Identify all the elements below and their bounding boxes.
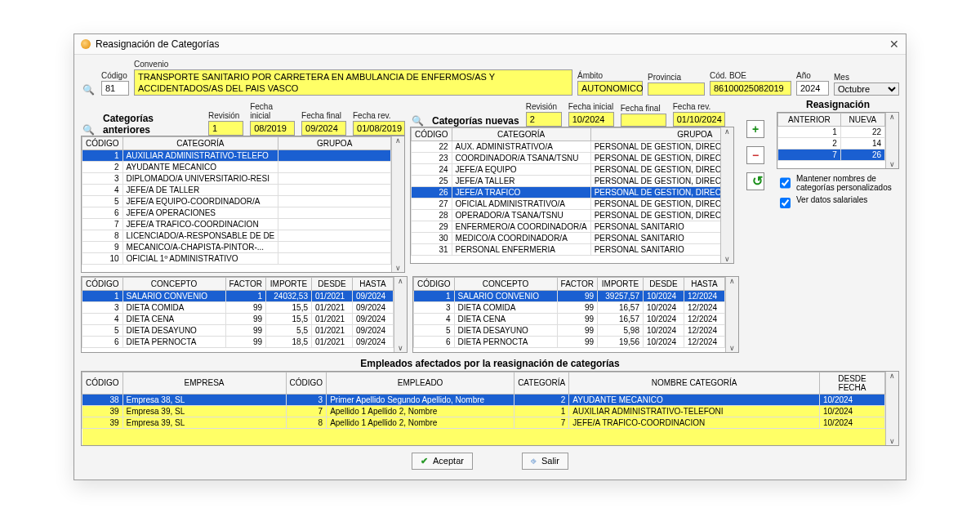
prev-ff: 09/2024 xyxy=(301,121,346,136)
table-row[interactable]: 29ENFERMERO/A COORDINADOR/APERSONAL SANI… xyxy=(412,221,721,232)
prev-scrollbar[interactable]: ∧∨ xyxy=(391,136,404,272)
col-factor[interactable]: FACTOR xyxy=(225,277,265,290)
col-codigo[interactable]: CÓDIGO xyxy=(412,127,452,141)
col-importe[interactable]: IMPORTE xyxy=(598,277,644,290)
new-rev: 2 xyxy=(526,112,562,127)
new-rev-label: Revisión xyxy=(526,102,562,111)
table-row[interactable]: 23COORDINADOR/A TSANA/TSNUPERSONAL DE GE… xyxy=(412,152,721,163)
table-row[interactable]: 26JEFE/A TRAFICOPERSONAL DE GESTION, DIR… xyxy=(412,186,721,198)
col-empleado[interactable]: EMPLEADO xyxy=(327,372,514,394)
table-row[interactable]: 25JEFE/A TALLERPERSONAL DE GESTION, DIRE… xyxy=(412,175,721,186)
table-row[interactable]: 6DIETA PERNOCTA9919,5610/202412/2024 xyxy=(414,336,725,347)
table-row[interactable]: 3DIETA COMIDA9916,5710/202412/2024 xyxy=(414,301,725,313)
col-anterior[interactable]: ANTERIOR xyxy=(778,113,841,126)
table-row[interactable]: 1SALARIO CONVENIO124032,5301/202109/2024 xyxy=(82,290,394,301)
table-row[interactable]: 7JEFE/A TRAFICO-COORDINACION xyxy=(82,218,391,230)
codigo-input[interactable]: 81 xyxy=(101,81,129,96)
conc-new-grid[interactable]: CÓDIGO CONCEPTO FACTOR IMPORTE DESDE HAS… xyxy=(412,276,739,353)
col-importe[interactable]: IMPORTE xyxy=(266,277,312,290)
undo-button[interactable]: ↺ xyxy=(746,172,764,190)
table-row[interactable]: 28OPERADOR/A TSANA/TSNUPERSONAL DE GESTI… xyxy=(412,209,721,221)
emp-scrollbar[interactable]: ∧∨ xyxy=(885,372,898,445)
window: Reasignación de Categorías ✕ 🔍 Código81 … xyxy=(74,33,906,480)
table-row[interactable]: 39Empresa 39, SL7Apellido 1 Apellido 2, … xyxy=(82,405,885,417)
col-concepto[interactable]: CONCEPTO xyxy=(122,277,225,290)
table-row[interactable]: 30MEDICO/A COORDINADOR/APERSONAL SANITAR… xyxy=(412,232,721,243)
table-row[interactable]: 3DIETA COMIDA9915,501/202109/2024 xyxy=(82,301,394,313)
table-row[interactable]: 4DIETA CENA9916,5710/202412/2024 xyxy=(414,313,725,324)
col-concepto[interactable]: CONCEPTO xyxy=(454,277,557,290)
keep-names-check[interactable]: Mantener nombres de categorías personali… xyxy=(777,174,899,192)
table-row[interactable]: 4JEFE/A DE TALLER xyxy=(82,184,391,195)
mes-label: Mes xyxy=(834,73,899,82)
col-nombre-categoria[interactable]: NOMBRE CATEGORÍA xyxy=(569,372,820,394)
col-categoria[interactable]: CATEGORÍA xyxy=(514,372,569,394)
table-row[interactable]: 31PERSONAL ENFERMERIAPERSONAL SANITARIO xyxy=(412,243,721,255)
col-factor[interactable]: FACTOR xyxy=(557,277,597,290)
col-empresa[interactable]: EMPRESA xyxy=(122,372,286,394)
search-prev-icon[interactable]: 🔍 xyxy=(81,124,96,136)
new-grid[interactable]: CÓDIGO CATEGORÍA GRUPOA 22AUX. ADMINISTR… xyxy=(410,127,734,264)
col-desde[interactable]: DESDE xyxy=(644,277,684,290)
table-row[interactable]: 5DIETA DESAYUNO995,9810/202412/2024 xyxy=(414,324,725,336)
col-desde-fecha[interactable]: DESDE FECHA xyxy=(820,372,885,394)
accept-button[interactable]: Aceptar xyxy=(412,453,473,470)
table-row[interactable]: 5DIETA DESAYUNO995,501/202109/2024 xyxy=(82,324,394,336)
table-row[interactable]: 122 xyxy=(778,126,885,137)
col-grupoa[interactable]: GRUPOA xyxy=(590,127,720,141)
table-row[interactable]: 24JEFE/A EQUIPOPERSONAL DE GESTION, DIRE… xyxy=(412,163,721,175)
col-desde[interactable]: DESDE xyxy=(312,277,353,290)
conc-new-scrollbar[interactable]: ∧∨ xyxy=(725,277,738,352)
table-row[interactable]: 8LICENCIADO/A-RESPONSABLE DE DE xyxy=(82,230,391,241)
titlebar: Reasignación de Categorías ✕ xyxy=(74,34,906,55)
search-codigo-icon[interactable]: 🔍 xyxy=(81,84,96,96)
ano-input[interactable]: 2024 xyxy=(796,81,829,96)
table-row[interactable]: 214 xyxy=(778,137,885,149)
exit-button[interactable]: Salir xyxy=(522,453,568,470)
keep-names-checkbox[interactable] xyxy=(780,176,791,190)
ano-label: Año xyxy=(796,71,829,80)
salary-checkbox[interactable] xyxy=(780,198,791,208)
reasig-scrollbar[interactable]: ∧∨ xyxy=(885,113,898,168)
table-row[interactable]: 5JEFE/A EQUIPO-COORDINADOR/A xyxy=(82,195,391,207)
col-hasta[interactable]: HASTA xyxy=(353,277,394,290)
table-row[interactable]: 27OFICIAL ADMINISTRATIVO/APERSONAL DE GE… xyxy=(412,198,721,209)
table-row[interactable]: 4DIETA CENA9915,501/202109/2024 xyxy=(82,313,394,324)
table-row[interactable]: 9MECANICO/A-CHAPISTA-PINTOR-... xyxy=(82,241,391,252)
col-categoria[interactable]: CATEGORÍA xyxy=(452,127,590,141)
search-new-icon[interactable]: 🔍 xyxy=(410,115,425,127)
table-row[interactable]: 726 xyxy=(778,149,885,160)
table-row[interactable]: 22AUX. ADMINISTRATIVO/APERSONAL DE GESTI… xyxy=(412,141,721,152)
col-codigo2[interactable]: CÓDIGO xyxy=(286,372,327,394)
close-icon[interactable]: ✕ xyxy=(889,38,899,51)
remove-button[interactable]: − xyxy=(746,146,764,164)
col-grupoa[interactable]: GRUPOA xyxy=(278,136,391,149)
table-row[interactable]: 6DIETA PERNOCTA9918,501/202109/2024 xyxy=(82,336,394,347)
mes-select[interactable]: Octubre xyxy=(834,83,899,96)
table-row[interactable]: 38Empresa 38, SL3Primer Apellido Segundo… xyxy=(82,394,885,405)
table-row[interactable]: 6JEFE/A OPERACIONES xyxy=(82,207,391,218)
salary-check[interactable]: Ver datos salariales xyxy=(777,195,899,211)
table-row[interactable]: 2AYUDANTE MECANICO xyxy=(82,161,391,172)
col-nueva[interactable]: NUEVA xyxy=(840,113,884,126)
prev-grid[interactable]: CÓDIGO CATEGORÍA GRUPOA 1AUXILIAR ADMINI… xyxy=(81,136,405,273)
add-button[interactable]: + xyxy=(746,120,764,138)
table-row[interactable]: 3DIPLOMADO/A UNIVERSITARIO-RESI xyxy=(82,172,391,184)
new-scrollbar[interactable]: ∧∨ xyxy=(720,127,733,263)
col-codigo[interactable]: CÓDIGO xyxy=(414,277,455,290)
new-fi-label: Fecha inicial xyxy=(568,102,614,111)
table-row[interactable]: 1AUXILIAR ADMINISTRATIVO-TELEFO xyxy=(82,149,391,161)
table-row[interactable]: 1SALARIO CONVENIO9939257,5710/202412/202… xyxy=(414,290,725,301)
emp-grid[interactable]: CÓDIGO EMPRESA CÓDIGO EMPLEADO CATEGORÍA… xyxy=(81,371,899,446)
reasig-grid[interactable]: ANTERIOR NUEVA 122214726 ∧∨ xyxy=(777,112,899,169)
col-codigo[interactable]: CÓDIGO xyxy=(82,372,123,394)
conc-prev-grid[interactable]: CÓDIGO CONCEPTO FACTOR IMPORTE DESDE HAS… xyxy=(81,276,408,353)
col-codigo[interactable]: CÓDIGO xyxy=(82,277,123,290)
col-categoria[interactable]: CATEGORÍA xyxy=(122,136,278,149)
table-row[interactable]: 10OFICIAL 1º ADMINISTRATIVO xyxy=(82,252,391,264)
col-codigo[interactable]: CÓDIGO xyxy=(82,136,123,149)
conc-prev-scrollbar[interactable]: ∧∨ xyxy=(394,277,407,352)
table-row[interactable]: 39Empresa 39, SL8Apellido 1 Apellido 2, … xyxy=(82,417,885,428)
salary-label: Ver datos salariales xyxy=(796,195,867,211)
col-hasta[interactable]: HASTA xyxy=(684,277,725,290)
